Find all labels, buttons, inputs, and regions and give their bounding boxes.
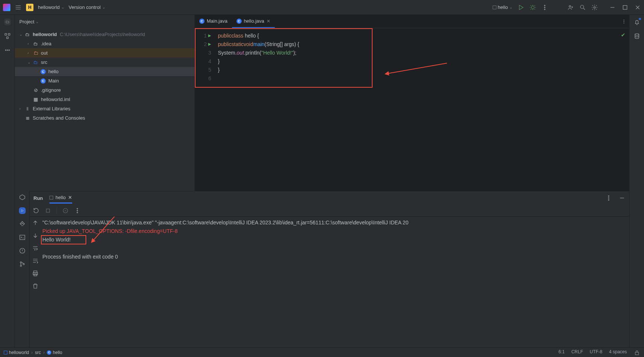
status-indent[interactable]: 4 spaces [609, 349, 627, 356]
svg-point-1 [544, 5, 545, 6]
svg-point-14 [624, 20, 624, 20]
tab-main-java[interactable]: CMain.java [195, 15, 232, 28]
svg-rect-19 [20, 235, 25, 240]
svg-point-30 [77, 210, 78, 211]
project-panel-header[interactable]: Project ⌄ [15, 15, 194, 28]
svg-rect-10 [6, 37, 8, 39]
minimize-icon[interactable] [609, 4, 616, 11]
tree-main[interactable]: CMain [15, 76, 194, 85]
trash-icon[interactable] [32, 283, 39, 289]
project-badge: H [26, 4, 33, 11]
tree-iml[interactable]: ▦helloworld.iml [15, 95, 194, 104]
project-tool-icon[interactable] [4, 19, 11, 25]
svg-point-36 [635, 33, 639, 35]
tree-idea[interactable]: ›🗀.idea [15, 39, 194, 48]
overflow-icon[interactable] [74, 207, 81, 214]
search-icon[interactable] [579, 4, 586, 11]
run-icon[interactable] [518, 4, 524, 11]
svg-point-31 [77, 212, 78, 213]
softwrap-icon[interactable] [32, 245, 39, 251]
tree-hello[interactable]: Chello [15, 67, 194, 76]
svg-point-29 [77, 208, 78, 209]
gutter-run-icon[interactable]: ▶ [208, 42, 211, 46]
svg-point-15 [624, 21, 624, 22]
down-stack-icon[interactable] [32, 232, 39, 239]
rerun-icon[interactable] [33, 207, 39, 214]
exit-icon[interactable] [62, 207, 69, 214]
svg-rect-9 [8, 33, 10, 35]
run-tool-icon[interactable] [19, 207, 26, 214]
svg-point-16 [624, 23, 624, 23]
annotation-arrow [384, 62, 451, 77]
tree-scratches[interactable]: ≣Scratches and Consoles [15, 113, 194, 123]
maximize-icon[interactable] [622, 4, 628, 11]
status-caret[interactable]: 6:1 [558, 349, 565, 356]
tab-hello-java[interactable]: Chello.java✕ [232, 15, 275, 28]
up-stack-icon[interactable] [32, 220, 39, 226]
svg-rect-27 [46, 209, 50, 212]
code-editor[interactable]: public class hello { public static void … [213, 28, 299, 191]
svg-point-25 [608, 198, 609, 198]
readonly-lock-icon[interactable] [634, 349, 640, 356]
svg-point-4 [569, 5, 571, 7]
svg-rect-8 [5, 33, 7, 35]
problems-tool-icon[interactable] [19, 247, 26, 254]
editor-gutter: 1▶ 2▶ 3 4 5 6 [195, 28, 213, 191]
main-menu-icon[interactable] [15, 4, 22, 11]
app-icon [3, 4, 10, 11]
svg-point-13 [9, 50, 9, 51]
vcs-dropdown[interactable]: Version control⌄ [69, 4, 105, 10]
hide-panel-icon[interactable] [619, 195, 625, 201]
svg-point-5 [580, 5, 584, 9]
tree-src[interactable]: ⌄🗀src [15, 58, 194, 67]
svg-point-22 [20, 265, 22, 267]
svg-point-0 [531, 6, 534, 9]
print-icon[interactable] [32, 270, 39, 277]
gutter-run-icon[interactable]: ▶ [208, 33, 211, 38]
services-tool-icon[interactable] [19, 194, 26, 201]
run-menu-icon[interactable] [605, 195, 612, 201]
status-eol[interactable]: CRLF [571, 349, 583, 356]
overflow-tool-icon[interactable] [4, 47, 11, 53]
svg-point-21 [20, 262, 22, 263]
notifications-icon[interactable] [634, 19, 640, 25]
tree-gitignore[interactable]: ⊘.gitignore [15, 85, 194, 95]
svg-rect-37 [635, 352, 639, 355]
tree-root[interactable]: ⌄🗀helloworldC:\Users\haiwei\IdeaProjects… [15, 30, 194, 39]
run-tab-hello[interactable]: hello✕ [49, 192, 72, 204]
console-output[interactable]: "C:\software\develop\JAVA\JDK 11\bin\jav… [41, 217, 629, 347]
svg-point-24 [608, 196, 609, 197]
database-tool-icon[interactable] [634, 33, 640, 39]
svg-marker-18 [20, 195, 25, 200]
breadcrumb[interactable]: helloworld [4, 350, 29, 355]
svg-point-3 [544, 9, 545, 10]
code-with-me-icon[interactable] [567, 4, 574, 11]
breadcrumb[interactable]: src [35, 350, 41, 355]
editor-menu-icon[interactable] [619, 15, 629, 28]
scroll-end-icon[interactable] [32, 257, 39, 264]
debug-icon[interactable] [529, 4, 536, 11]
terminal-tool-icon[interactable] [19, 234, 26, 241]
project-panel-title: Project [19, 19, 34, 25]
stop-icon[interactable] [45, 207, 51, 214]
tree-out[interactable]: ›🗀out [15, 48, 194, 58]
close-icon[interactable] [634, 4, 641, 11]
more-icon[interactable] [541, 4, 548, 11]
svg-line-17 [387, 63, 447, 74]
vcs-tool-icon[interactable] [19, 261, 26, 267]
structure-tool-icon[interactable] [4, 33, 11, 39]
tree-extlib[interactable]: ›⫴External Libraries [15, 104, 194, 113]
svg-point-6 [594, 6, 596, 8]
project-dropdown[interactable]: helloworld⌄ [38, 4, 64, 10]
settings-icon[interactable] [591, 4, 598, 11]
breadcrumb[interactable]: Chello [47, 350, 62, 355]
build-tool-icon[interactable] [19, 221, 26, 227]
run-config-dropdown[interactable]: hello⌄ [493, 4, 512, 10]
svg-point-2 [544, 7, 545, 7]
svg-point-11 [5, 50, 6, 51]
run-label: Run [33, 193, 43, 203]
svg-rect-32 [34, 271, 37, 273]
close-tab-icon: ✕ [267, 19, 270, 24]
status-encoding[interactable]: UTF-8 [590, 349, 602, 356]
analysis-ok-icon[interactable]: ✔ [621, 32, 625, 38]
